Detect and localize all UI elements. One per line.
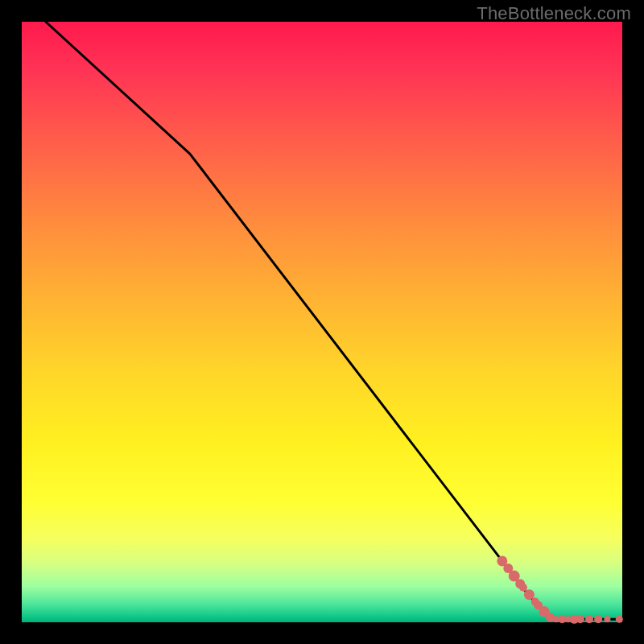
- data-points: [497, 555, 623, 623]
- data-point: [616, 616, 623, 623]
- curve-path: [46, 22, 622, 619]
- chart-overlay: [22, 22, 622, 622]
- data-point: [604, 616, 610, 622]
- data-point: [585, 615, 593, 623]
- data-point: [524, 589, 535, 600]
- data-point: [576, 615, 584, 623]
- data-point: [594, 615, 602, 623]
- chart-frame: TheBottleneck.com: [0, 0, 644, 644]
- data-point: [519, 584, 527, 592]
- curve-line: [46, 22, 622, 619]
